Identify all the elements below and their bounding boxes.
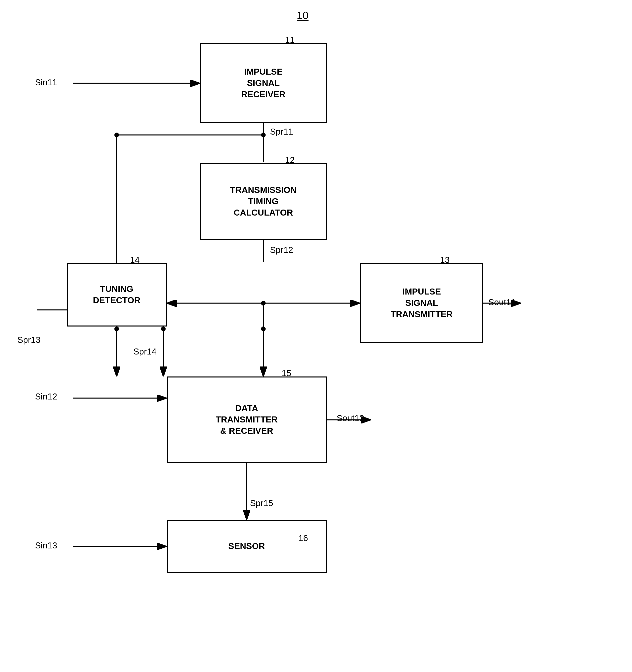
label-spr14: Spr14: [133, 346, 156, 357]
dot-spr14: [161, 327, 166, 331]
block-sensor-label: SENSOR: [228, 541, 265, 552]
block-transmitter-label: IMPULSESIGNALTRANSMITTER: [391, 286, 453, 320]
label-spr11: Spr11: [270, 127, 293, 137]
label-spr13: Spr13: [17, 335, 40, 345]
ref-11: 11: [285, 35, 295, 45]
block-receiver-label: IMPULSESIGNALRECEIVER: [241, 66, 286, 100]
ref-16: 16: [298, 533, 308, 544]
ref-12: 12: [285, 155, 295, 165]
block-data-label: DATATRANSMITTER& RECEIVER: [216, 403, 278, 436]
label-sin11: Sin11: [35, 77, 57, 88]
dot-left-upper: [114, 133, 119, 137]
block-data: DATATRANSMITTER& RECEIVER: [167, 377, 327, 463]
diagram-title: 10: [297, 9, 309, 22]
block-timing-label: TRANSMISSIONTIMINGCALCULATOR: [230, 185, 296, 218]
ref-13: 13: [440, 255, 450, 265]
label-spr12: Spr12: [270, 245, 293, 255]
block-tuning: TUNINGDETECTOR: [67, 263, 167, 327]
label-sout11: Sout11: [488, 297, 516, 308]
block-transmitter: IMPULSESIGNALTRANSMITTER: [360, 263, 483, 343]
block-sensor: SENSOR: [167, 520, 327, 573]
label-sin12: Sin12: [35, 391, 57, 402]
dot-center-bus: [261, 327, 266, 331]
block-receiver: IMPULSESIGNALRECEIVER: [200, 43, 327, 123]
diagram: 10: [0, 0, 632, 672]
ref-14: 14: [130, 255, 140, 265]
dot-spr12: [261, 301, 266, 306]
block-tuning-label: TUNINGDETECTOR: [93, 284, 141, 306]
dot-left-lower: [114, 327, 119, 331]
label-sin13: Sin13: [35, 541, 57, 551]
block-timing: TRANSMISSIONTIMINGCALCULATOR: [200, 163, 327, 240]
label-sout12: Sout12: [337, 413, 364, 424]
dot-spr11: [261, 133, 266, 137]
label-spr15: Spr15: [250, 498, 273, 508]
ref-15: 15: [282, 368, 291, 379]
